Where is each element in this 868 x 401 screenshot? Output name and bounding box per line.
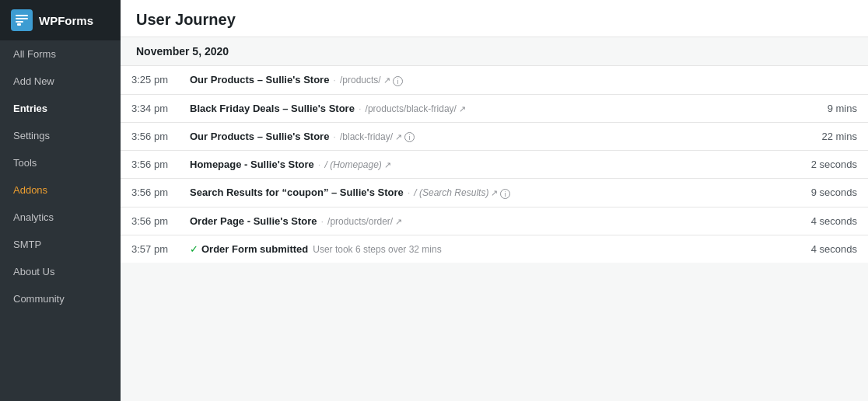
sidebar-logo[interactable]: WPForms [0,0,121,40]
main-content: User Journey November 5, 2020 3:25 pmOur… [121,0,868,401]
page-title-text: Black Friday Deals – Sullie's Store [190,103,355,114]
svg-rect-2 [16,21,23,23]
external-link-icon[interactable]: ↗ [459,104,466,114]
sidebar-nav: All FormsAdd NewEntriesSettingsToolsAddo… [0,40,121,312]
title-cell: Our Products – Sullie's Store·/products/… [179,66,800,94]
page-title-text: Our Products – Sullie's Store [190,74,329,85]
url-text: /products/order/ [327,216,393,227]
sidebar-logo-label: WPForms [39,14,93,27]
page-title-text: Our Products – Sullie's Store [190,131,329,142]
sidebar-item-tools[interactable]: Tools [0,149,121,176]
duration-cell: 22 mins [800,122,868,151]
svg-rect-1 [16,18,28,19]
sidebar-item-settings[interactable]: Settings [0,122,121,149]
sidebar-item-addons[interactable]: Addons [0,176,121,204]
time-cell: 3:34 pm [121,94,179,122]
journey-content: November 5, 2020 3:25 pmOur Products – S… [121,37,868,401]
sidebar-item-about-us[interactable]: About Us [0,258,121,285]
table-row: 3:57 pm✓Order Form submittedUser took 6 … [121,235,868,263]
svg-text:i: i [409,134,411,141]
svg-rect-3 [17,23,21,26]
svg-text:i: i [505,190,506,198]
svg-text:i: i [397,78,398,85]
url-text: /products/ [340,75,381,85]
sidebar-item-all-forms[interactable]: All Forms [0,40,121,68]
duration-cell [800,66,868,94]
separator: · [333,131,336,142]
sidebar-item-smtp[interactable]: SMTP [0,231,121,258]
title-cell: Search Results for “coupon” – Sullie's S… [179,179,800,207]
time-cell: 3:56 pm [121,207,179,235]
page-title-text: Homepage - Sullie's Store [190,159,314,170]
url-text: /black-friday/ [340,131,393,142]
table-row: 3:56 pmOrder Page - Sullie's Store·/prod… [121,207,868,235]
external-link-icon[interactable]: ↗ [383,75,390,85]
title-cell: Homepage - Sullie's Store·/ (Homepage) ↗ [179,151,800,179]
page-title: User Journey [136,11,852,29]
external-link-icon[interactable]: ↗ [395,217,402,227]
svg-rect-0 [16,15,28,16]
separator: · [318,159,321,170]
journey-table: 3:25 pmOur Products – Sullie's Store·/pr… [121,66,868,263]
title-cell: Order Page - Sullie's Store·/products/or… [179,207,800,235]
url-text: / (Homepage) [324,159,381,170]
sidebar-item-analytics[interactable]: Analytics [0,204,121,231]
separator: · [408,187,411,198]
wpforms-logo-icon [11,9,33,31]
sidebar-item-add-new[interactable]: Add New [0,68,121,95]
sidebar: WPForms All FormsAdd NewEntriesSettingsT… [0,0,121,401]
sidebar-item-entries[interactable]: Entries [0,95,121,122]
duration-cell: 4 seconds [800,235,868,263]
duration-cell: 4 seconds [800,207,868,235]
date-header: November 5, 2020 [121,37,868,66]
title-cell: ✓Order Form submittedUser took 6 steps o… [179,235,800,263]
info-icon[interactable]: i [404,132,415,143]
url-text: /products/black-friday/ [366,103,457,114]
time-cell: 3:25 pm [121,66,179,94]
table-row: 3:34 pmBlack Friday Deals – Sullie's Sto… [121,94,868,122]
submitted-sub: User took 6 steps over 32 mins [313,244,441,255]
external-link-icon[interactable]: ↗ [384,160,391,170]
separator: · [359,103,362,114]
time-cell: 3:56 pm [121,122,179,151]
time-cell: 3:57 pm [121,235,179,263]
duration-cell: 2 seconds [800,151,868,179]
title-cell: Black Friday Deals – Sullie's Store·/pro… [179,94,800,122]
journey-tbody: 3:25 pmOur Products – Sullie's Store·/pr… [121,66,868,263]
table-row: 3:25 pmOur Products – Sullie's Store·/pr… [121,66,868,94]
page-title-text: Order Page - Sullie's Store [190,215,317,227]
time-cell: 3:56 pm [121,151,179,179]
separator: · [320,215,324,227]
info-icon[interactable]: i [500,188,510,199]
external-link-icon[interactable]: ↗ [395,132,402,142]
title-cell: Our Products – Sullie's Store·/black-fri… [179,122,800,151]
table-row: 3:56 pmHomepage - Sullie's Store·/ (Home… [121,151,868,179]
url-text: / (Search Results) [414,187,488,198]
table-row: 3:56 pmSearch Results for “coupon” – Sul… [121,179,868,207]
duration-cell: 9 mins [800,94,868,122]
duration-cell: 9 seconds [800,179,868,207]
table-row: 3:56 pmOur Products – Sullie's Store·/bl… [121,122,868,151]
info-icon[interactable]: i [393,75,403,86]
sidebar-item-community[interactable]: Community [0,285,121,312]
separator: · [333,74,336,85]
page-title-text: Search Results for “coupon” – Sullie's S… [190,187,404,198]
time-cell: 3:56 pm [121,179,179,207]
submitted-label: Order Form submitted [201,243,308,255]
external-link-icon[interactable]: ↗ [491,188,498,198]
check-icon: ✓ [190,243,198,255]
page-header: User Journey [121,0,868,37]
